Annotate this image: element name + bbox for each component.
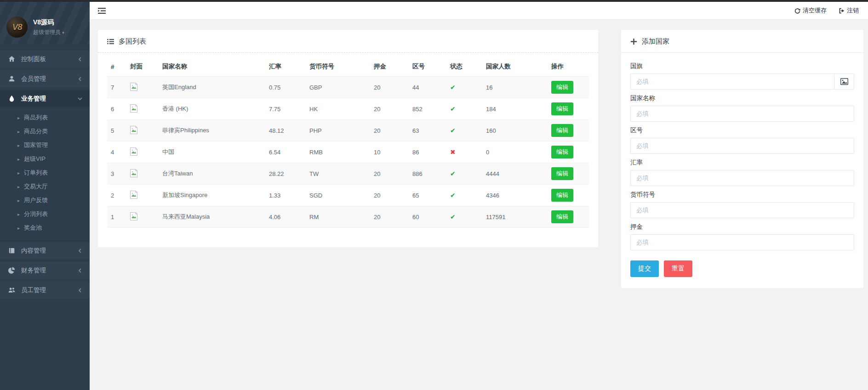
sidebar-item-业务管理[interactable]: 业务管理 — [0, 90, 90, 107]
edit-button[interactable]: 编辑 — [551, 189, 573, 202]
field-input[interactable] — [630, 138, 854, 154]
deposit: 20 — [370, 120, 409, 141]
broken-image-icon — [130, 191, 137, 199]
form-fields: 国旗国家名称区号汇率货币符号押金 — [630, 62, 854, 250]
form-field-货币符号: 货币符号 — [630, 191, 854, 218]
chevron-left-icon — [78, 249, 82, 253]
sidebar-item-label: 会员管理 — [21, 75, 78, 83]
caret-right-icon: ▸ — [17, 115, 20, 120]
country-row-2: 2新加坡Singapore1.33SGD2065✔4346编辑 — [107, 185, 589, 206]
pie-icon — [8, 267, 16, 274]
sidebar-item-内容管理[interactable]: 内容管理 — [0, 242, 90, 259]
row-id: 2 — [107, 185, 126, 206]
sidebar-subitem-分润列表[interactable]: ▸分润列表 — [0, 207, 90, 221]
exchange-rate: 4.06 — [265, 206, 306, 228]
chevron-down-icon — [78, 96, 82, 101]
country-name: 英国England — [159, 77, 265, 98]
user-icon — [8, 75, 16, 83]
country-people: 160 — [482, 120, 548, 141]
country-row-3: 3台湾Taiwan28.22TW20886✔4444编辑 — [107, 163, 589, 185]
caret-right-icon: ▸ — [17, 184, 20, 189]
deposit: 20 — [370, 98, 409, 120]
status-enabled-icon: ✔ — [450, 127, 456, 134]
field-input[interactable] — [630, 202, 854, 218]
reset-button[interactable]: 重置 — [664, 260, 692, 277]
chevron-left-icon — [78, 77, 82, 81]
exchange-rate: 0.75 — [265, 77, 306, 98]
deposit: 20 — [370, 163, 409, 185]
sidebar-item-会员管理[interactable]: 会员管理 — [0, 70, 90, 87]
edit-button[interactable]: 编辑 — [551, 124, 573, 137]
country-name: 马来西亚Malaysia — [159, 206, 265, 228]
column-header: 货币符号 — [306, 57, 370, 77]
sidebar-item-label: 控制面板 — [21, 55, 78, 63]
upload-image-button[interactable] — [834, 73, 854, 90]
sidebar-subitem-超级VIP[interactable]: ▸超级VIP — [0, 152, 90, 166]
caret-right-icon: ▸ — [17, 212, 20, 217]
sidebar-subitem-国家管理[interactable]: ▸国家管理 — [0, 138, 90, 152]
plus-icon — [630, 38, 637, 45]
edit-button[interactable]: 编辑 — [551, 81, 573, 94]
field-label: 国旗 — [630, 62, 854, 70]
sidebar-subitem-商品分类[interactable]: ▸商品分类 — [0, 124, 90, 138]
exchange-rate: 7.75 — [265, 98, 306, 120]
caret-down-icon: ▾ — [62, 30, 64, 35]
country-people: 117591 — [482, 206, 548, 228]
country-row-7: 7英国England0.75GBP2044✔16编辑 — [107, 77, 589, 98]
broken-image-icon — [130, 169, 137, 177]
flag-input[interactable] — [630, 73, 834, 90]
sidebar-subitem-商品列表[interactable]: ▸商品列表 — [0, 111, 90, 124]
row-id: 4 — [107, 141, 126, 163]
sidebar-subitem-label: 商品分类 — [24, 127, 48, 136]
row-id: 5 — [107, 120, 126, 141]
edit-button[interactable]: 编辑 — [551, 167, 573, 180]
clear-cache-button[interactable]: 清空缓存 — [794, 6, 827, 15]
column-header: 国家人数 — [482, 57, 548, 77]
column-header: 状态 — [446, 57, 482, 77]
exchange-rate: 48.12 — [265, 120, 306, 141]
field-input[interactable] — [630, 170, 854, 186]
sidebar-subitem-奖金池[interactable]: ▸奖金池 — [0, 221, 90, 235]
chevron-left-icon — [78, 268, 82, 273]
sidebar-subitem-交易大厅[interactable]: ▸交易大厅 — [0, 180, 90, 193]
sidebar-toggle-button[interactable] — [98, 7, 106, 14]
sidebar-header: V8 V8源码 超级管理员 ▾ — [0, 2, 90, 44]
status-enabled-icon: ✔ — [450, 170, 456, 177]
logout-button[interactable]: 注销 — [839, 6, 859, 15]
country-list-title: 多国列表 — [98, 30, 598, 53]
country-people: 184 — [482, 98, 548, 120]
edit-button[interactable]: 编辑 — [551, 102, 573, 115]
sidebar-item-财务管理[interactable]: 财务管理 — [0, 262, 90, 279]
field-input[interactable] — [630, 106, 854, 122]
sidebar-item-员工管理[interactable]: 员工管理 — [0, 282, 90, 299]
country-row-1: 1马来西亚Malaysia4.06RM2060✔117591编辑 — [107, 206, 589, 228]
area-code: 60 — [409, 206, 446, 228]
table-header-row: #封面国家名称汇率货币符号押金区号状态国家人数操作 — [107, 57, 589, 77]
sidebar-subitem-用户反馈[interactable]: ▸用户反馈 — [0, 193, 90, 207]
submit-button[interactable]: 提交 — [630, 260, 659, 277]
add-country-title: 添加国家 — [621, 30, 863, 53]
status-enabled-icon: ✔ — [450, 213, 456, 220]
outdent-icon — [98, 7, 106, 14]
form-field-国家名称: 国家名称 — [630, 94, 854, 122]
currency-symbol: HK — [306, 98, 370, 120]
status-enabled-icon: ✔ — [450, 105, 456, 113]
field-label: 押金 — [630, 223, 854, 231]
column-header: # — [107, 57, 126, 77]
area-code: 886 — [409, 163, 446, 185]
sign-out-icon — [839, 8, 845, 14]
sidebar-item-label: 员工管理 — [21, 286, 78, 294]
edit-button[interactable]: 编辑 — [551, 210, 573, 223]
country-table-wrap: #封面国家名称汇率货币符号押金区号状态国家人数操作 7英国England0.75… — [98, 53, 598, 247]
field-input[interactable] — [630, 234, 854, 250]
field-label: 汇率 — [630, 158, 854, 167]
sidebar-item-控制面板[interactable]: 控制面板 — [0, 51, 90, 68]
country-row-5: 5菲律宾Philippines48.12PHP2063✔160编辑 — [107, 120, 589, 141]
caret-right-icon: ▸ — [17, 129, 20, 134]
sidebar-subitem-label: 分润列表 — [24, 210, 48, 218]
column-header: 押金 — [370, 57, 409, 77]
country-name: 香港 (HK) — [159, 98, 265, 120]
admin-role-dropdown[interactable]: 超级管理员 ▾ — [33, 28, 64, 36]
sidebar-subitem-订单列表[interactable]: ▸订单列表 — [0, 166, 90, 180]
edit-button[interactable]: 编辑 — [551, 146, 573, 158]
